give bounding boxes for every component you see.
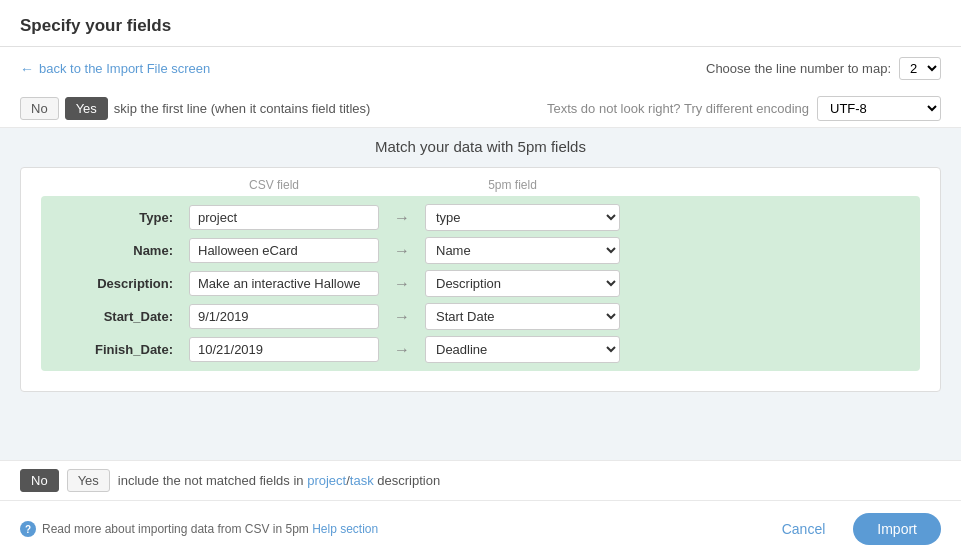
mapping-table: Type: project → type (ignore) Name Descr… — [41, 196, 920, 371]
arrow-icon: → — [387, 308, 417, 326]
field-select-type[interactable]: type (ignore) Name Description Start Dat… — [425, 204, 620, 231]
help-section-link[interactable]: Help section — [312, 522, 378, 536]
include-text: include the not matched fields in projec… — [118, 473, 440, 488]
csv-value-finish-date: 10/21/2019 — [189, 337, 379, 362]
skip-toggle-group: No Yes skip the first line (when it cont… — [20, 97, 370, 120]
main-content: Match your data with 5pm fields CSV fiel… — [0, 128, 961, 460]
include-task-highlight: task — [350, 473, 374, 488]
skip-no-button[interactable]: No — [20, 97, 59, 120]
col-header-5pm: 5pm field — [415, 178, 610, 192]
field-label-finish-date: Finish_Date: — [51, 342, 181, 357]
field-select-description[interactable]: Description (ignore) type Name Start Dat… — [425, 270, 620, 297]
field-label-name: Name: — [51, 243, 181, 258]
footer-actions: Cancel Import — [770, 513, 941, 545]
col-header-csv: CSV field — [179, 178, 369, 192]
help-link-area: ? Read more about importing data from CS… — [20, 521, 378, 537]
back-arrow-icon: ← — [20, 61, 34, 77]
page-title: Specify your fields — [20, 16, 941, 36]
skip-yes-button[interactable]: Yes — [65, 97, 108, 120]
encoding-label: Texts do not look right? Try different e… — [547, 101, 809, 116]
cancel-button[interactable]: Cancel — [770, 515, 838, 543]
csv-value-start-date: 9/1/2019 — [189, 304, 379, 329]
help-text: Read more about importing data from CSV … — [42, 522, 378, 536]
table-row: Name: Halloween eCard → Name (ignore) ty… — [51, 237, 910, 264]
include-yes-button[interactable]: Yes — [67, 469, 110, 492]
field-label-description: Description: — [51, 276, 181, 291]
skip-text: skip the first line (when it contains fi… — [114, 101, 371, 116]
footer: ? Read more about importing data from CS… — [0, 500, 961, 557]
line-number-select[interactable]: 2 1 3 — [899, 57, 941, 80]
include-no-button[interactable]: No — [20, 469, 59, 492]
field-select-finish-date[interactable]: Deadline (ignore) type Name Description … — [425, 336, 620, 363]
back-link-label: back to the Import File screen — [39, 61, 210, 76]
include-project-highlight: project — [307, 473, 346, 488]
import-button[interactable]: Import — [853, 513, 941, 545]
arrow-icon: → — [387, 275, 417, 293]
arrow-icon: → — [387, 341, 417, 359]
table-row: Finish_Date: 10/21/2019 → Deadline (igno… — [51, 336, 910, 363]
arrow-icon: → — [387, 242, 417, 260]
csv-value-name: Halloween eCard — [189, 238, 379, 263]
page-header: Specify your fields — [0, 0, 961, 47]
table-row: Description: Make an interactive Hallowe… — [51, 270, 910, 297]
mapping-container: CSV field 5pm field Type: project → type… — [20, 167, 941, 392]
csv-value-type: project — [189, 205, 379, 230]
csv-value-description: Make an interactive Hallowe — [189, 271, 379, 296]
arrow-icon: → — [387, 209, 417, 227]
include-bar: No Yes include the not matched fields in… — [0, 460, 961, 500]
encoding-group: Texts do not look right? Try different e… — [547, 96, 941, 121]
table-row: Type: project → type (ignore) Name Descr… — [51, 204, 910, 231]
col-headers: CSV field 5pm field — [41, 178, 920, 192]
options-bar: No Yes skip the first line (when it cont… — [0, 90, 961, 128]
field-label-type: Type: — [51, 210, 181, 225]
nav-bar: ← back to the Import File screen Choose … — [0, 47, 961, 90]
section-title: Match your data with 5pm fields — [20, 138, 941, 155]
field-select-name[interactable]: Name (ignore) type Description Start Dat… — [425, 237, 620, 264]
field-label-start-date: Start_Date: — [51, 309, 181, 324]
help-icon: ? — [20, 521, 36, 537]
table-row: Start_Date: 9/1/2019 → Start Date (ignor… — [51, 303, 910, 330]
field-select-start-date[interactable]: Start Date (ignore) type Name Descriptio… — [425, 303, 620, 330]
back-link[interactable]: ← back to the Import File screen — [20, 61, 210, 77]
line-selector: Choose the line number to map: 2 1 3 — [706, 57, 941, 80]
encoding-select[interactable]: UTF-8 ISO-8859-1 Windows-1252 — [817, 96, 941, 121]
line-selector-label: Choose the line number to map: — [706, 61, 891, 76]
